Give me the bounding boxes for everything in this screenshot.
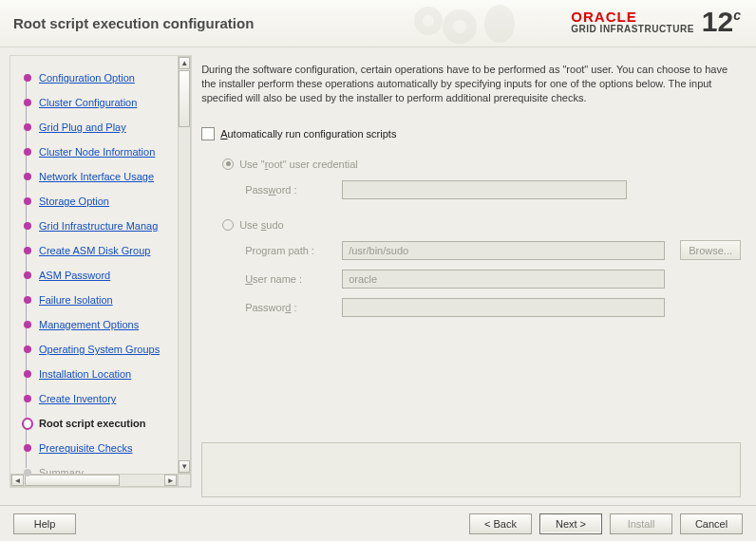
wizard-steps-sidebar: Configuration OptionCluster Configuratio…: [0, 47, 192, 501]
wizard-step-label: Configuration Option: [39, 72, 135, 84]
program-path-label: Program path :: [245, 245, 332, 256]
wizard-step-label: Grid Plug and Play: [39, 121, 126, 133]
wizard-step-label: Installation Location: [39, 368, 131, 380]
decorative-gears-icon: [405, 0, 538, 47]
wizard-step[interactable]: Prerequisite Checks: [24, 436, 191, 460]
message-area: [201, 442, 741, 497]
use-root-label: Use "root" user credential: [239, 159, 358, 170]
auto-run-checkbox[interactable]: [201, 127, 215, 140]
brand-name: ORACLE: [571, 9, 694, 25]
use-sudo-label: Use sudo: [239, 219, 283, 231]
step-bullet-icon: [24, 123, 31, 131]
svg-point-1: [423, 15, 434, 27]
wizard-step-label: Storage Option: [39, 196, 109, 207]
step-bullet-icon: [24, 222, 31, 230]
wizard-step-label: Create Inventory: [39, 393, 116, 404]
step-bullet-icon: [24, 345, 31, 353]
wizard-step[interactable]: Management Options: [24, 312, 191, 337]
wizard-step-label: Prerequisite Checks: [39, 442, 132, 454]
auto-run-label: Automatically run configuration scripts: [220, 128, 396, 140]
step-bullet-icon: [24, 271, 31, 279]
brand: ORACLE GRID INFRASTRUCTURE 12c: [571, 6, 741, 38]
browse-button[interactable]: Browse...: [680, 240, 741, 260]
wizard-step[interactable]: Create ASM Disk Group: [24, 238, 191, 263]
help-button[interactable]: Help: [13, 513, 76, 534]
step-bullet-icon: [24, 173, 31, 180]
footer: Help < Back Next > Install Cancel: [0, 505, 756, 541]
wizard-step-label: ASM Password: [39, 270, 110, 281]
wizard-step[interactable]: Network Interface Usage: [24, 164, 191, 189]
step-bullet-icon: [24, 321, 31, 328]
wizard-step-label: Management Options: [39, 319, 139, 330]
wizard-step[interactable]: Grid Plug and Play: [24, 115, 191, 140]
wizard-step[interactable]: Installation Location: [24, 362, 191, 386]
step-bullet-icon: [24, 420, 31, 428]
auto-run-label-text: utomatically run configuration scripts: [227, 128, 396, 140]
wizard-step[interactable]: Create Inventory: [24, 386, 191, 411]
scroll-right-button[interactable]: ►: [164, 475, 177, 486]
wizard-step[interactable]: Cluster Node Information: [24, 140, 191, 164]
step-bullet-icon: [24, 395, 31, 402]
wizard-step-label: Network Interface Usage: [39, 171, 154, 182]
wizard-step-label: Root script execution: [39, 418, 145, 429]
sudo-password-label: Password :: [245, 302, 332, 313]
step-bullet-icon: [24, 99, 31, 106]
user-name-label: User name :: [245, 273, 332, 285]
wizard-step-label: Operating System Groups: [39, 344, 160, 355]
wizard-step-label: Create ASM Disk Group: [39, 245, 150, 256]
wizard-step[interactable]: Configuration Option: [24, 65, 191, 90]
step-bullet-icon: [24, 74, 31, 82]
wizard-step-label: Cluster Node Information: [39, 146, 155, 158]
back-button[interactable]: < Back: [469, 513, 532, 534]
wizard-step[interactable]: Root script execution: [24, 411, 191, 436]
root-password-label: Password :: [245, 184, 332, 196]
sudo-password-input[interactable]: [342, 298, 665, 317]
step-bullet-icon: [24, 444, 31, 452]
brand-version: 12c: [702, 6, 741, 38]
scroll-thumb[interactable]: [179, 70, 190, 127]
step-bullet-icon: [24, 197, 31, 205]
scrollbar-corner: [178, 474, 191, 487]
brand-subtitle: GRID INFRASTRUCTURE: [571, 25, 694, 35]
wizard-step[interactable]: Grid Infrastructure Manag: [24, 214, 191, 238]
sidebar-vertical-scrollbar[interactable]: ▲ ▼: [178, 56, 191, 474]
scroll-thumb[interactable]: [25, 475, 120, 486]
wizard-step-label: Grid Infrastructure Manag: [39, 220, 158, 232]
intro-text: During the software configuration, certa…: [201, 63, 741, 105]
header: Root script execution configuration ORAC…: [0, 0, 756, 47]
wizard-step-label: Failure Isolation: [39, 294, 113, 306]
scroll-down-button[interactable]: ▼: [179, 460, 190, 473]
main-panel: During the software configuration, certa…: [192, 47, 756, 505]
svg-point-3: [453, 20, 466, 33]
root-password-input[interactable]: [342, 180, 627, 199]
use-root-radio[interactable]: [222, 159, 234, 170]
wizard-step[interactable]: Storage Option: [24, 189, 191, 214]
step-bullet-icon: [24, 148, 31, 156]
wizard-step[interactable]: Cluster Configuration: [24, 90, 191, 115]
step-bullet-icon: [24, 370, 31, 378]
use-sudo-radio[interactable]: [222, 219, 234, 231]
wizard-step-label: Cluster Configuration: [39, 97, 137, 108]
cancel-button[interactable]: Cancel: [680, 513, 743, 534]
wizard-step[interactable]: ASM Password: [24, 263, 191, 288]
wizard-step[interactable]: Operating System Groups: [24, 337, 191, 362]
user-name-input[interactable]: [342, 270, 665, 289]
install-button[interactable]: Install: [610, 513, 672, 534]
scroll-up-button[interactable]: ▲: [179, 57, 190, 69]
step-bullet-icon: [24, 469, 31, 476]
page-title: Root script execution configuration: [13, 15, 254, 31]
step-bullet-icon: [24, 296, 31, 304]
next-button[interactable]: Next >: [539, 513, 602, 534]
svg-point-4: [484, 5, 515, 43]
sidebar-horizontal-scrollbar[interactable]: ◄ ►: [10, 474, 178, 487]
scroll-left-button[interactable]: ◄: [11, 475, 24, 486]
step-bullet-icon: [24, 247, 31, 254]
wizard-step[interactable]: Failure Isolation: [24, 288, 191, 312]
program-path-input[interactable]: [342, 241, 665, 260]
